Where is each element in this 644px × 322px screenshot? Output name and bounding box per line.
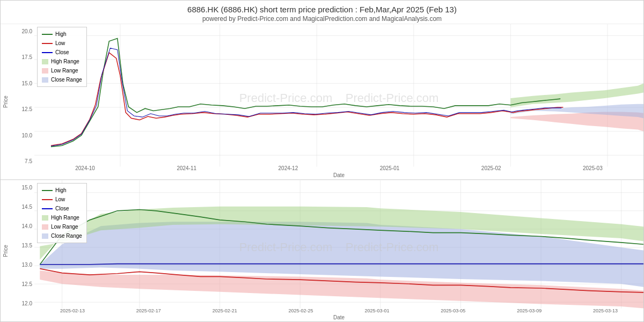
legend-close-range: Close Range (42, 75, 82, 84)
legend2-high-range: High Range (42, 213, 82, 222)
chart1-yaxis: 20.0 17.5 15.0 12.5 10.0 7.5 (10, 24, 34, 179)
chart1-yaxis-title: Price (3, 96, 9, 108)
legend2-low-range: Low Range (42, 222, 82, 231)
legend2-close: Close (42, 204, 82, 213)
charts-area: Price 20.0 17.5 15.0 12.5 10.0 7.5 High (1, 24, 643, 321)
chart1-wrapper: High Low Close High Range (34, 24, 643, 179)
page-container: 6886.HK (6886.HK) short term price predi… (0, 0, 644, 322)
chart2-xaxis: 2025-02-13 2025-02-17 2025-02-21 2025-02… (34, 308, 643, 314)
chart1-high-range (510, 83, 643, 107)
chart2-legend: High Low Close High Range (37, 183, 87, 243)
chart2-yaxis: 15.0 14.5 14.0 13.5 13.0 12.5 12.0 (10, 180, 34, 321)
chart1-xaxis: 2024-10 2024-11 2024-12 2025-01 2025-02 … (34, 165, 643, 172)
chart2-wrapper: High Low Close High Range (34, 180, 643, 321)
legend-low: Low (42, 39, 82, 48)
chart2-svg (34, 180, 643, 314)
legend2-high: High (42, 186, 82, 195)
chart1-svg (34, 24, 643, 172)
chart2-yaxis-title: Price (3, 245, 9, 257)
chart1-low-line (51, 53, 563, 145)
chart2-inner: High Low Close High Range (34, 180, 643, 314)
chart2-xlabel: Date (34, 314, 643, 321)
chart1-inner: High Low Close High Range (34, 24, 643, 172)
chart1-legend: High Low Close High Range (37, 27, 87, 87)
chart1-high-line (51, 39, 560, 147)
page-subtitle: powered by Predict-Price.com and Magical… (1, 15, 643, 23)
chart1-container: Price 20.0 17.5 15.0 12.5 10.0 7.5 High (1, 24, 643, 180)
header: 6886.HK (6886.HK) short term price predi… (1, 1, 643, 24)
chart2-container: Price 15.0 14.5 14.0 13.5 13.0 12.5 12.0… (1, 180, 643, 321)
chart1-xlabel: Date (34, 172, 643, 179)
legend-high: High (42, 30, 82, 39)
legend-close: Close (42, 48, 82, 57)
legend2-low: Low (42, 195, 82, 204)
legend-high-range: High Range (42, 57, 82, 66)
legend-low-range: Low Range (42, 66, 82, 75)
legend2-close-range: Close Range (42, 231, 82, 240)
page-title: 6886.HK (6886.HK) short term price predi… (1, 5, 643, 14)
